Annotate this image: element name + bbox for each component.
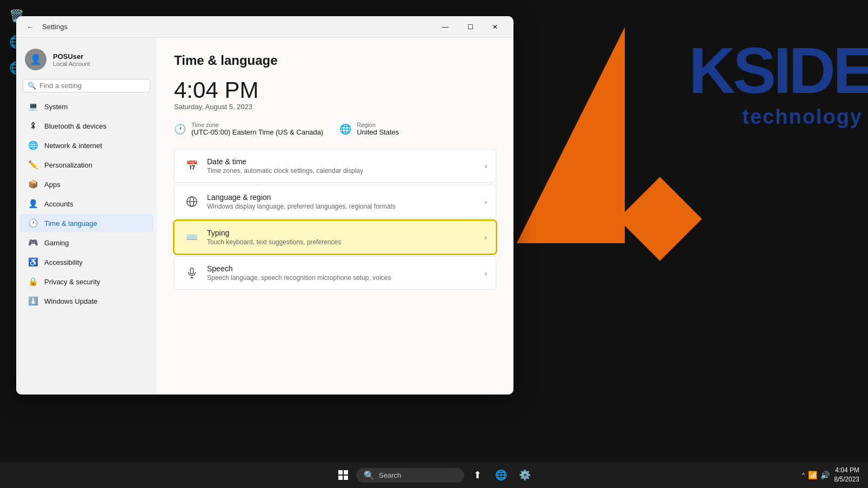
speech-text: Speech Speech language, speech recogniti… (207, 264, 485, 282)
sidebar-item-time-language[interactable]: 🕐 Time & language (19, 214, 153, 232)
timezone-icon: 🕐 (174, 123, 186, 135)
svg-rect-9 (344, 476, 348, 480)
system-icon: 💻 (28, 102, 38, 111)
start-button[interactable] (332, 464, 354, 486)
tray-network-icon[interactable]: 📶 (808, 471, 817, 479)
search-input[interactable] (39, 82, 145, 90)
sidebar-item-personalization[interactable]: ✏️ Personalization (19, 156, 153, 174)
time-zone-value: (UTC-05:00) Eastern Time (US & Canada) (191, 128, 323, 136)
content-area: 👤 POSUser Local Account 🔍 💻 System (16, 38, 513, 395)
date-time-arrow: › (485, 162, 487, 170)
sidebar-item-gaming[interactable]: 🎮 Gaming (19, 233, 153, 252)
taskbar-search-box[interactable]: 🔍 Search (356, 468, 464, 483)
typing-arrow: › (485, 233, 487, 242)
language-region-title: Language & region (207, 193, 485, 202)
sidebar-item-privacy[interactable]: 🔒 Privacy & security (19, 272, 153, 291)
settings-list: 📅 Date & time Time zones, automatic cloc… (174, 149, 496, 290)
svg-rect-6 (338, 470, 343, 474)
orange-diamond-decoration (618, 177, 702, 261)
sidebar-item-accounts[interactable]: 👤 Accounts (19, 195, 153, 213)
settings-item-speech[interactable]: Speech Speech language, speech recogniti… (174, 256, 496, 290)
settings-item-date-time[interactable]: 📅 Date & time Time zones, automatic cloc… (174, 149, 496, 183)
speech-arrow: › (485, 269, 487, 277)
close-button[interactable]: ✕ (483, 18, 507, 36)
speech-desc: Speech language, speech recognition micr… (207, 274, 485, 282)
taskbar-search-icon: 🔍 (364, 470, 375, 480)
user-info: POSUser Local Account (53, 52, 90, 67)
back-button[interactable]: ← (23, 19, 38, 35)
sidebar-item-label: System (44, 103, 145, 111)
taskbar-widget-icon[interactable]: ⬆ (466, 464, 488, 486)
language-region-text: Language & region Windows display langua… (207, 193, 485, 210)
main-panel: Time & language 4:04 PM Saturday, August… (157, 38, 513, 395)
orange-triangle-decoration (517, 27, 625, 243)
taskbar-search-label: Search (379, 471, 401, 479)
date-time-text: Date & time Time zones, automatic clock … (207, 157, 485, 175)
title-bar: ← Settings — ☐ ✕ (16, 16, 513, 38)
minimize-button[interactable]: — (433, 18, 457, 36)
window-controls: — ☐ ✕ (433, 18, 507, 36)
brand-name: KSIDE (689, 38, 868, 103)
privacy-icon: 🔒 (28, 277, 38, 286)
sidebar-item-apps[interactable]: 📦 Apps (19, 175, 153, 193)
bluetooth-icon (28, 121, 38, 131)
typing-icon: ⌨️ (183, 229, 201, 246)
apps-icon: 📦 (28, 179, 38, 189)
region-icon: 🌐 (339, 123, 351, 135)
accessibility-label: Accessibility (44, 258, 145, 266)
time-zone-item: 🕐 Time zone (UTC-05:00) Eastern Time (US… (174, 122, 323, 136)
taskbar-settings-icon[interactable]: ⚙️ (514, 464, 536, 486)
region-value: United States (357, 128, 399, 136)
taskbar-center: 🔍 Search ⬆ 🌐 ⚙️ (332, 464, 536, 486)
date-time-title: Date & time (207, 157, 485, 166)
language-region-icon (183, 193, 201, 210)
avatar-icon: 👤 (30, 54, 42, 65)
region-item: 🌐 Region United States (339, 122, 399, 136)
accounts-label: Accounts (44, 200, 145, 208)
time-zone-label: Time zone (191, 122, 323, 128)
settings-item-typing[interactable]: ⌨️ Typing Touch keyboard, text suggestio… (174, 220, 496, 254)
search-icon: 🔍 (28, 82, 36, 90)
brand-subtitle: technology (742, 105, 863, 129)
sidebar-item-bluetooth[interactable]: Bluetooth & devices (19, 117, 153, 135)
sidebar-item-accessibility[interactable]: ♿ Accessibility (19, 253, 153, 271)
brand-logo: KSIDE technology (511, 27, 868, 297)
taskbar: 🔍 Search ⬆ 🌐 ⚙️ ^ 📶 🔊 4:04 PM 8/5/2023 (0, 462, 868, 488)
sidebar-item-system[interactable]: 💻 System (19, 97, 153, 116)
gaming-icon: 🎮 (28, 238, 38, 248)
settings-window: ← Settings — ☐ ✕ 👤 POSUser Local Account (16, 16, 513, 395)
system-tray: ^ 📶 🔊 (802, 471, 830, 479)
svg-rect-8 (338, 476, 343, 480)
date-time-desc: Time zones, automatic clock settings, ca… (207, 167, 485, 175)
search-box[interactable]: 🔍 (23, 79, 150, 92)
time-language-label: Time & language (44, 219, 145, 228)
sidebar-item-windows-update[interactable]: ⬇️ Windows Update (19, 292, 153, 310)
time-language-icon: 🕐 (28, 218, 38, 228)
date-time-icon: 📅 (183, 157, 201, 175)
time-display: 4:04 PM (174, 79, 496, 102)
typing-text: Typing Touch keyboard, text suggestions,… (207, 229, 485, 246)
window-title: Settings (42, 23, 433, 31)
svg-rect-7 (344, 470, 348, 474)
bluetooth-label: Bluetooth & devices (44, 122, 145, 130)
accessibility-icon: ♿ (28, 257, 38, 267)
taskbar-chrome-icon[interactable]: 🌐 (490, 464, 512, 486)
settings-item-language-region[interactable]: Language & region Windows display langua… (174, 185, 496, 218)
time-info-row: 🕐 Time zone (UTC-05:00) Eastern Time (US… (174, 122, 496, 136)
avatar: 👤 (25, 49, 46, 70)
sidebar-item-network[interactable]: 🌐 Network & internet (19, 136, 153, 155)
speech-icon (183, 264, 201, 282)
sidebar: 👤 POSUser Local Account 🔍 💻 System (16, 38, 157, 395)
typing-title: Typing (207, 229, 485, 237)
taskbar-clock[interactable]: 4:04 PM 8/5/2023 (834, 466, 859, 484)
maximize-button[interactable]: ☐ (458, 18, 482, 36)
date-display: Saturday, August 5, 2023 (174, 103, 496, 111)
taskbar-time-display: 4:04 PM (834, 466, 859, 475)
speech-title: Speech (207, 264, 485, 273)
user-profile[interactable]: 👤 POSUser Local Account (16, 43, 157, 79)
user-subtitle: Local Account (53, 61, 90, 67)
tray-arrow[interactable]: ^ (802, 472, 805, 478)
tray-volume-icon[interactable]: 🔊 (820, 471, 830, 479)
apps-label: Apps (44, 181, 145, 189)
region-label: Region (357, 122, 399, 128)
